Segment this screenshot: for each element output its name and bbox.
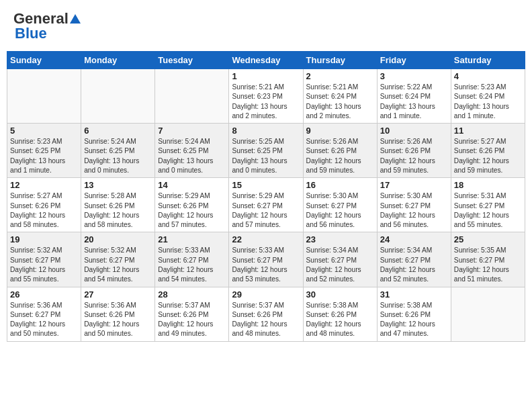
day-number: 26 (10, 289, 78, 300)
weekday-header-monday: Monday (81, 52, 155, 69)
calendar-cell: 1Sunrise: 5:21 AM Sunset: 6:23 PM Daylig… (229, 69, 303, 124)
day-number: 20 (84, 234, 152, 244)
day-number: 25 (454, 234, 522, 244)
day-info: Sunrise: 5:36 AM Sunset: 6:27 PM Dayligh… (10, 301, 78, 339)
calendar-cell: 29Sunrise: 5:37 AM Sunset: 6:26 PM Dayli… (229, 287, 303, 341)
calendar-cell (451, 287, 525, 341)
day-info: Sunrise: 5:24 AM Sunset: 6:25 PM Dayligh… (158, 137, 226, 175)
calendar-week-2: 5Sunrise: 5:23 AM Sunset: 6:25 PM Daylig… (7, 124, 525, 178)
weekday-header-sunday: Sunday (7, 52, 81, 69)
weekday-header-tuesday: Tuesday (155, 52, 229, 69)
calendar-cell: 22Sunrise: 5:33 AM Sunset: 6:27 PM Dayli… (229, 232, 303, 287)
calendar-cell: 18Sunrise: 5:31 AM Sunset: 6:27 PM Dayli… (451, 178, 525, 232)
calendar-week-4: 19Sunrise: 5:32 AM Sunset: 6:27 PM Dayli… (7, 232, 525, 287)
calendar-cell: 23Sunrise: 5:34 AM Sunset: 6:27 PM Dayli… (303, 232, 377, 287)
calendar-cell: 27Sunrise: 5:36 AM Sunset: 6:26 PM Dayli… (81, 287, 155, 341)
calendar-cell: 31Sunrise: 5:38 AM Sunset: 6:26 PM Dayli… (377, 287, 451, 341)
day-number: 19 (10, 234, 78, 244)
day-number: 2 (306, 71, 374, 81)
calendar-cell: 9Sunrise: 5:26 AM Sunset: 6:26 PM Daylig… (303, 124, 377, 178)
day-number: 13 (84, 180, 152, 190)
day-info: Sunrise: 5:38 AM Sunset: 6:26 PM Dayligh… (306, 301, 374, 339)
calendar-cell (155, 69, 229, 124)
day-number: 30 (306, 289, 374, 300)
day-number: 22 (232, 234, 300, 244)
day-number: 9 (306, 126, 374, 136)
day-number: 27 (84, 289, 152, 300)
day-number: 10 (380, 126, 448, 136)
day-number: 17 (380, 180, 448, 190)
day-number: 7 (158, 126, 226, 136)
calendar-cell: 20Sunrise: 5:32 AM Sunset: 6:27 PM Dayli… (81, 232, 155, 287)
day-info: Sunrise: 5:26 AM Sunset: 6:26 PM Dayligh… (306, 137, 374, 175)
calendar-cell: 16Sunrise: 5:30 AM Sunset: 6:27 PM Dayli… (303, 178, 377, 232)
day-number: 6 (84, 126, 152, 136)
calendar-cell: 11Sunrise: 5:27 AM Sunset: 6:26 PM Dayli… (451, 124, 525, 178)
day-info: Sunrise: 5:23 AM Sunset: 6:25 PM Dayligh… (10, 137, 78, 175)
day-info: Sunrise: 5:22 AM Sunset: 6:24 PM Dayligh… (380, 83, 448, 121)
day-number: 8 (232, 126, 300, 136)
day-info: Sunrise: 5:26 AM Sunset: 6:26 PM Dayligh… (380, 137, 448, 175)
day-info: Sunrise: 5:32 AM Sunset: 6:27 PM Dayligh… (84, 246, 152, 284)
day-number: 16 (306, 180, 374, 190)
day-info: Sunrise: 5:30 AM Sunset: 6:27 PM Dayligh… (306, 191, 374, 230)
day-info: Sunrise: 5:21 AM Sunset: 6:24 PM Dayligh… (306, 83, 374, 121)
day-info: Sunrise: 5:23 AM Sunset: 6:24 PM Dayligh… (454, 83, 522, 121)
day-number: 5 (10, 126, 78, 136)
calendar-cell: 4Sunrise: 5:23 AM Sunset: 6:24 PM Daylig… (451, 69, 525, 124)
day-number: 28 (158, 289, 226, 300)
day-info: Sunrise: 5:27 AM Sunset: 6:26 PM Dayligh… (10, 191, 78, 230)
calendar-week-3: 12Sunrise: 5:27 AM Sunset: 6:26 PM Dayli… (7, 178, 525, 232)
calendar-cell: 15Sunrise: 5:29 AM Sunset: 6:27 PM Dayli… (229, 178, 303, 232)
calendar-table: SundayMondayTuesdayWednesdayThursdayFrid… (7, 51, 525, 342)
calendar-cell: 10Sunrise: 5:26 AM Sunset: 6:26 PM Dayli… (377, 124, 451, 178)
day-number: 11 (454, 126, 522, 136)
calendar-cell: 17Sunrise: 5:30 AM Sunset: 6:27 PM Dayli… (377, 178, 451, 232)
day-number: 21 (158, 234, 226, 244)
day-info: Sunrise: 5:24 AM Sunset: 6:25 PM Dayligh… (84, 137, 152, 175)
day-info: Sunrise: 5:37 AM Sunset: 6:26 PM Dayligh… (232, 301, 300, 339)
calendar-cell: 12Sunrise: 5:27 AM Sunset: 6:26 PM Dayli… (7, 178, 81, 232)
logo-icon (69, 13, 81, 25)
calendar-cell: 14Sunrise: 5:29 AM Sunset: 6:26 PM Dayli… (155, 178, 229, 232)
calendar-cell: 7Sunrise: 5:24 AM Sunset: 6:25 PM Daylig… (155, 124, 229, 178)
calendar-cell: 25Sunrise: 5:35 AM Sunset: 6:27 PM Dayli… (451, 232, 525, 287)
day-number: 29 (232, 289, 300, 300)
day-info: Sunrise: 5:25 AM Sunset: 6:25 PM Dayligh… (232, 137, 300, 175)
calendar-cell: 21Sunrise: 5:33 AM Sunset: 6:27 PM Dayli… (155, 232, 229, 287)
calendar-cell: 13Sunrise: 5:28 AM Sunset: 6:26 PM Dayli… (81, 178, 155, 232)
calendar-cell: 6Sunrise: 5:24 AM Sunset: 6:25 PM Daylig… (81, 124, 155, 178)
day-number: 4 (454, 71, 522, 81)
day-info: Sunrise: 5:34 AM Sunset: 6:27 PM Dayligh… (380, 246, 448, 284)
page-header: General Blue (7, 7, 525, 46)
day-info: Sunrise: 5:37 AM Sunset: 6:26 PM Dayligh… (158, 301, 226, 339)
day-info: Sunrise: 5:33 AM Sunset: 6:27 PM Dayligh… (232, 246, 300, 284)
calendar-cell: 5Sunrise: 5:23 AM Sunset: 6:25 PM Daylig… (7, 124, 81, 178)
day-number: 14 (158, 180, 226, 190)
calendar-cell: 2Sunrise: 5:21 AM Sunset: 6:24 PM Daylig… (303, 69, 377, 124)
calendar-cell: 19Sunrise: 5:32 AM Sunset: 6:27 PM Dayli… (7, 232, 81, 287)
day-info: Sunrise: 5:29 AM Sunset: 6:26 PM Dayligh… (158, 191, 226, 230)
day-number: 24 (380, 234, 448, 244)
day-number: 12 (10, 180, 78, 190)
day-number: 3 (380, 71, 448, 81)
day-info: Sunrise: 5:28 AM Sunset: 6:26 PM Dayligh… (84, 191, 152, 230)
day-info: Sunrise: 5:30 AM Sunset: 6:27 PM Dayligh… (380, 191, 448, 230)
calendar-cell: 24Sunrise: 5:34 AM Sunset: 6:27 PM Dayli… (377, 232, 451, 287)
day-info: Sunrise: 5:27 AM Sunset: 6:26 PM Dayligh… (454, 137, 522, 175)
calendar-week-5: 26Sunrise: 5:36 AM Sunset: 6:27 PM Dayli… (7, 287, 525, 341)
svg-marker-0 (70, 14, 81, 24)
weekday-header-saturday: Saturday (451, 52, 525, 69)
calendar-cell: 8Sunrise: 5:25 AM Sunset: 6:25 PM Daylig… (229, 124, 303, 178)
weekday-header-wednesday: Wednesday (229, 52, 303, 69)
day-info: Sunrise: 5:21 AM Sunset: 6:23 PM Dayligh… (232, 83, 300, 121)
day-number: 1 (232, 71, 300, 81)
logo-blue-text: Blue (15, 25, 47, 42)
logo: General Blue (13, 10, 82, 42)
day-info: Sunrise: 5:34 AM Sunset: 6:27 PM Dayligh… (306, 246, 374, 284)
day-number: 31 (380, 289, 448, 300)
day-info: Sunrise: 5:36 AM Sunset: 6:26 PM Dayligh… (84, 301, 152, 339)
calendar-cell: 30Sunrise: 5:38 AM Sunset: 6:26 PM Dayli… (303, 287, 377, 341)
calendar-cell: 28Sunrise: 5:37 AM Sunset: 6:26 PM Dayli… (155, 287, 229, 341)
calendar-week-1: 1Sunrise: 5:21 AM Sunset: 6:23 PM Daylig… (7, 69, 525, 124)
